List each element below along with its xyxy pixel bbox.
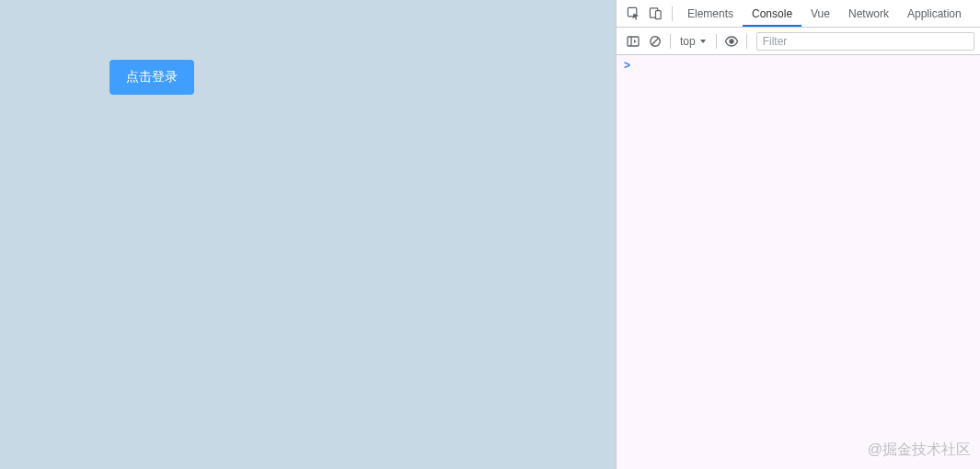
svg-line-6 xyxy=(651,38,658,44)
console-toolbar: top xyxy=(617,28,980,55)
devtools-panel: Elements Console Vue Network Application… xyxy=(616,0,980,469)
svg-point-7 xyxy=(730,40,733,43)
tab-elements[interactable]: Elements xyxy=(678,1,743,27)
separator xyxy=(746,34,747,49)
login-button[interactable]: 点击登录 xyxy=(110,60,194,95)
toggle-console-sidebar-icon[interactable] xyxy=(622,29,644,53)
tab-console[interactable]: Console xyxy=(743,1,801,27)
toggle-device-toolbar-icon[interactable] xyxy=(644,1,666,27)
console-prompt-caret: > xyxy=(624,59,630,72)
svg-rect-2 xyxy=(655,11,661,19)
tab-application[interactable]: Application xyxy=(898,1,971,27)
filter-field[interactable] xyxy=(756,32,974,51)
app-viewport: 点击登录 xyxy=(0,0,616,469)
live-expression-eye-icon[interactable] xyxy=(721,29,743,53)
execution-context-selector[interactable]: top xyxy=(674,35,712,48)
tab-network[interactable]: Network xyxy=(839,1,898,27)
separator xyxy=(670,34,671,49)
console-output[interactable]: > xyxy=(617,55,980,469)
watermark-text: @掘金技术社区 xyxy=(868,440,971,460)
svg-rect-3 xyxy=(628,37,639,46)
separator xyxy=(672,6,673,21)
filter-input[interactable] xyxy=(757,35,974,48)
tab-vue[interactable]: Vue xyxy=(801,1,839,27)
devtools-tab-bar: Elements Console Vue Network Application xyxy=(617,0,980,28)
separator xyxy=(716,34,717,49)
chevron-down-icon xyxy=(699,38,707,45)
clear-console-icon[interactable] xyxy=(644,29,666,53)
context-label: top xyxy=(680,35,696,48)
inspect-element-icon[interactable] xyxy=(622,1,644,27)
